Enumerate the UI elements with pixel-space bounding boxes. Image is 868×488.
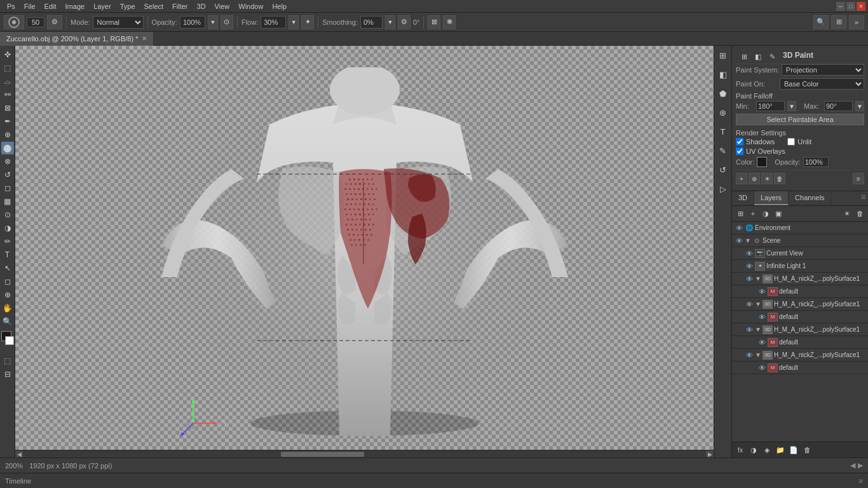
menu-window[interactable]: Window (234, 1, 268, 11)
props-scene-icon[interactable]: ⊛ (749, 173, 760, 184)
layer-poly1[interactable]: 👁 ▼ 3D H_M_A_nickZ_...polySurface1 (732, 273, 868, 285)
layer-poly3[interactable]: 👁 ▼ 3D H_M_A_nickZ_...polySurface1 (732, 323, 868, 336)
props-menu-icon[interactable]: ≡ (853, 173, 864, 184)
right-brush-btn[interactable]: ✎ (716, 144, 730, 158)
screen-mode-btn[interactable]: ⊟ (1, 368, 14, 381)
layer-eye-poly4[interactable]: 👁 (745, 351, 754, 360)
layer-trash-btn[interactable]: 🗑 (854, 208, 865, 219)
menu-filter[interactable]: Filter (168, 1, 192, 11)
brush-settings-btn[interactable]: ⚙ (47, 15, 62, 29)
paint-system-select[interactable]: Projection (782, 64, 864, 76)
menu-view[interactable]: View (210, 1, 234, 11)
airbrush-btn[interactable]: ✦ (301, 15, 314, 29)
layers-delete-btn[interactable]: 🗑 (801, 444, 813, 456)
menu-ps[interactable]: Ps (3, 1, 20, 11)
menu-edit[interactable]: Edit (40, 1, 61, 11)
layers-group-btn[interactable]: 📁 (775, 444, 786, 456)
opacity-btn[interactable]: ▼ (208, 15, 218, 29)
tab-channels[interactable]: Channels (789, 191, 831, 205)
layers-panel-menu-btn[interactable]: ≡ (858, 191, 868, 205)
text-tool[interactable]: T (1, 248, 14, 261)
layer-eye-environment[interactable]: 👁 (735, 224, 743, 233)
props-light-icon[interactable]: ☀ (761, 173, 773, 184)
zoom-tool[interactable]: 🔍 (1, 315, 14, 328)
hand-tool[interactable]: 🖐 (1, 302, 14, 315)
layer-environment[interactable]: 👁 🌐 Environment (732, 222, 868, 234)
unlit-checkbox[interactable] (787, 138, 795, 146)
right-scene-btn[interactable]: ⊛ (716, 105, 730, 119)
quick-select-tool[interactable]: ⚯ (1, 88, 14, 101)
uv-opacity-input[interactable] (803, 157, 829, 167)
layer-new-group-btn[interactable]: ⊞ (735, 208, 746, 219)
shadows-checkbox[interactable] (736, 138, 743, 146)
layer-eye-scene[interactable]: 👁 (735, 236, 743, 245)
selection-tool[interactable]: ⬚ (1, 62, 14, 74)
flow-btn[interactable]: ▼ (288, 15, 299, 29)
smoothing-icon[interactable]: ⚙ (398, 15, 410, 29)
doc-tab-close[interactable]: ✕ (142, 35, 147, 42)
flow-input[interactable] (261, 16, 286, 29)
eyedropper-tool[interactable]: ✒ (1, 115, 14, 128)
menu-image[interactable]: Image (61, 1, 90, 11)
extra-right-btn[interactable]: » (849, 15, 864, 29)
search-btn[interactable]: 🔍 (813, 15, 829, 29)
shape-tool[interactable]: ◻ (1, 275, 14, 288)
3d-object-rotate[interactable]: ⊕ (1, 288, 14, 301)
layer-default4[interactable]: 👁 M default (732, 362, 868, 374)
eraser-tool[interactable]: ◻ (1, 182, 14, 194)
mode-select[interactable]: Normal (93, 16, 144, 29)
layers-new2-btn[interactable]: 📄 (788, 444, 799, 456)
extra-btn2[interactable]: ❃ (443, 15, 456, 29)
blur-tool[interactable]: ⊙ (1, 208, 14, 221)
layer-arrow-poly4[interactable]: ▼ (755, 351, 761, 360)
layer-arrow-poly1[interactable]: ▼ (755, 274, 761, 283)
menu-layer[interactable]: Layer (89, 1, 116, 11)
scroll-next-btn[interactable]: ▶ (858, 461, 863, 470)
brush-tool[interactable]: ⬤ (1, 142, 14, 154)
history-brush-tool[interactable]: ↺ (1, 168, 14, 181)
layer-eye-light[interactable]: 👁 (745, 262, 754, 271)
layer-default2[interactable]: 👁 M default (732, 311, 868, 323)
heal-tool[interactable]: ⊕ (1, 128, 14, 141)
layer-scene[interactable]: 👁 ▼ ⊙ Scene (732, 234, 868, 247)
right-paint-btn[interactable]: ⬟ (716, 86, 730, 100)
menu-select[interactable]: Select (140, 1, 168, 11)
uv-overlays-checkbox[interactable] (736, 147, 743, 155)
smoothing-settings[interactable]: ▼ (385, 15, 395, 29)
right-text-btn[interactable]: T (716, 125, 730, 139)
props-adjust-icon[interactable]: ◧ (752, 51, 764, 62)
brush-preset-btn[interactable] (4, 15, 24, 29)
layer-eye-default2[interactable]: 👁 (757, 313, 766, 322)
props-brush-icon[interactable]: ✎ (766, 51, 778, 62)
scroll-prev-btn[interactable]: ◀ (850, 461, 855, 470)
lasso-tool[interactable]: ⌓ (1, 75, 14, 88)
smoothing-input[interactable] (360, 16, 383, 29)
layer-eye-poly3[interactable]: 👁 (745, 325, 754, 334)
layer-poly2[interactable]: 👁 ▼ 3D H_M_A_nickZ_...polySurface1 (732, 298, 868, 311)
extra-btn1[interactable]: ⊠ (428, 15, 440, 29)
gradient-tool[interactable]: ▦ (1, 195, 14, 208)
layers-adjust2-btn[interactable]: ◈ (761, 444, 773, 456)
layer-eye-poly1[interactable]: 👁 (745, 274, 754, 283)
max-dropdown-btn[interactable]: ▼ (855, 101, 864, 111)
close-button[interactable]: ✕ (857, 2, 865, 11)
menu-file[interactable]: File (20, 1, 40, 11)
layer-current-view[interactable]: 👁 📷 Current View (732, 247, 868, 260)
crop-tool[interactable]: ⊠ (1, 102, 14, 114)
minimize-button[interactable]: ─ (836, 2, 845, 11)
scroll-right-btn[interactable]: ▶ (706, 451, 714, 458)
arrange-btn[interactable]: ⊞ (831, 15, 846, 29)
uv-color-swatch[interactable] (757, 157, 767, 167)
layer-default1[interactable]: 👁 M default (732, 285, 868, 298)
menu-3d[interactable]: 3D (193, 1, 210, 11)
menu-help[interactable]: Help (268, 1, 291, 11)
min-dropdown-btn[interactable]: ▼ (787, 101, 796, 111)
layer-new-btn[interactable]: + (747, 208, 759, 219)
layer-default3[interactable]: 👁 M default (732, 336, 868, 349)
background-color[interactable] (5, 336, 14, 345)
props-add-icon[interactable]: + (736, 173, 747, 184)
layer-light-btn[interactable]: ☀ (841, 208, 853, 219)
right-properties-btn[interactable]: ⊞ (716, 48, 730, 62)
min-input[interactable] (756, 101, 785, 111)
dodge-tool[interactable]: ◑ (1, 222, 14, 234)
